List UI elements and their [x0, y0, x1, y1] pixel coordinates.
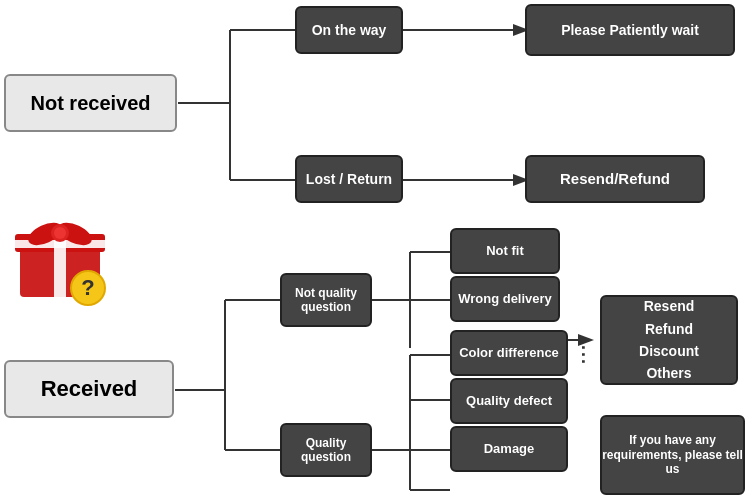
diagram: Not received On the way Please Patiently…: [0, 0, 750, 500]
on-the-way-node: On the way: [295, 6, 403, 54]
svg-point-28: [54, 227, 66, 239]
lost-return-node: Lost / Return: [295, 155, 403, 203]
quality-question-node: Quality question: [280, 423, 372, 477]
not-received-node: Not received: [4, 74, 177, 132]
quality-defect-node: Quality defect: [450, 378, 568, 424]
dots-connector: ···: [572, 345, 593, 366]
not-quality-node: Not quality question: [280, 273, 372, 327]
please-wait-node: Please Patiently wait: [525, 4, 735, 56]
damage-node: Damage: [450, 426, 568, 472]
resend-options-node: Resend Refund Discount Others: [600, 295, 738, 385]
received-node: Received: [4, 360, 174, 418]
question-badge: ?: [70, 270, 106, 306]
not-fit-node: Not fit: [450, 228, 560, 274]
resend-refund-top-node: Resend/Refund: [525, 155, 705, 203]
requirements-node: If you have any requirements, please tel…: [600, 415, 745, 495]
color-diff-node: Color difference: [450, 330, 568, 376]
wrong-delivery-node: Wrong delivery: [450, 276, 560, 322]
